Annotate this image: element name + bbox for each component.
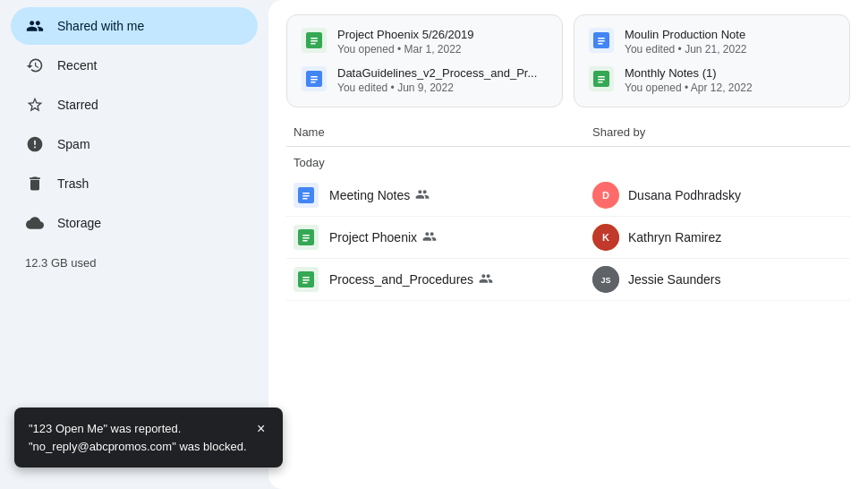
recent-card-2: Moulin Production Note You edited • Jun …: [574, 14, 850, 107]
sidebar-item-trash[interactable]: Trash: [11, 165, 258, 202]
toast-close-button[interactable]: ×: [251, 418, 272, 440]
sidebar-label-trash: Trash: [57, 176, 89, 191]
row-name-project-phoenix: Project Phoenix: [294, 225, 592, 250]
table-row[interactable]: Process_and_Procedures JS Jessie Saunder…: [286, 259, 850, 301]
shared-people-icon-1: [415, 187, 430, 204]
toast-line1: "123 Open Me" was reported.: [29, 420, 247, 438]
spam-icon: [25, 134, 45, 154]
avatar-kathryn: K: [592, 224, 619, 251]
toast-notification: "123 Open Me" was reported. "no_reply@ab…: [14, 408, 283, 468]
main-content: Project Phoenix 5/26/2019 You opened • M…: [268, 0, 868, 489]
sidebar-item-shared-with-me[interactable]: Shared with me: [11, 7, 258, 45]
card-item-project-phoenix[interactable]: Project Phoenix 5/26/2019 You opened • M…: [302, 28, 548, 56]
section-today-label: Today: [286, 147, 850, 175]
table-header: Name Shared by: [286, 125, 850, 147]
card-title-2: DataGuidelines_v2_Process_and_Pr...: [337, 66, 537, 80]
row-name-process-procedures: Process_and_Procedures: [294, 267, 592, 292]
toast-line2: "no_reply@abcpromos.com" was blocked.: [29, 438, 247, 456]
storage-info: 12.3 GB used: [11, 247, 258, 279]
sidebar-item-recent[interactable]: Recent: [11, 47, 258, 84]
shared-by-kathryn: Kathryn Ramirez: [628, 230, 721, 244]
card-title-1: Project Phoenix 5/26/2019: [337, 28, 474, 41]
sidebar-label-shared: Shared with me: [57, 19, 144, 33]
row-shared-process-procedures: JS Jessie Saunders: [592, 266, 843, 293]
files-table: Name Shared by Today Meeting Notes: [286, 125, 850, 475]
card-item-text-1: Project Phoenix 5/26/2019 You opened • M…: [337, 28, 474, 56]
card-item-text-3: Moulin Production Note You edited • Jun …: [625, 28, 747, 56]
shared-by-jessie: Jessie Saunders: [628, 272, 721, 287]
sidebar-item-storage[interactable]: Storage: [11, 204, 258, 242]
card-sub-1: You opened • Mar 1, 2022: [337, 43, 474, 56]
sheets-icon-project-phoenix: [294, 225, 319, 250]
row-name-meeting-notes: Meeting Notes: [294, 183, 592, 208]
card-item-text-4: Monthly Notes (1) You opened • Apr 12, 2…: [625, 66, 753, 94]
shared-with-me-icon: [25, 16, 45, 36]
sidebar-label-starred: Starred: [57, 98, 98, 112]
trash-icon: [25, 174, 45, 193]
card-item-moulin[interactable]: Moulin Production Note You edited • Jun …: [589, 28, 835, 56]
card-item-dataguidelines[interactable]: DataGuidelines_v2_Process_and_Pr... You …: [302, 66, 548, 94]
col-header-shared: Shared by: [592, 125, 843, 139]
sidebar-label-spam: Spam: [57, 137, 90, 151]
file-name-project-phoenix: Project Phoenix: [329, 229, 437, 246]
docs-icon-meeting-notes: [294, 183, 319, 208]
starred-icon: [25, 95, 45, 115]
sheets-icon-card1-1: [302, 28, 327, 53]
docs-icon-card1-2: [302, 66, 327, 91]
sheets-icon-card2-2: [589, 66, 614, 91]
recent-icon: [25, 56, 45, 75]
sidebar-label-recent: Recent: [57, 58, 97, 73]
table-row[interactable]: Project Phoenix K Kathryn Ramirez: [286, 217, 850, 259]
col-header-name: Name: [294, 125, 592, 139]
recent-cards-row: Project Phoenix 5/26/2019 You opened • M…: [286, 14, 850, 107]
svg-text:D: D: [602, 190, 609, 201]
sidebar-item-starred[interactable]: Starred: [11, 86, 258, 124]
sidebar-item-spam[interactable]: Spam: [11, 125, 258, 163]
row-shared-project-phoenix: K Kathryn Ramirez: [592, 224, 843, 251]
shared-people-icon-3: [479, 271, 493, 288]
card-item-monthly-notes[interactable]: Monthly Notes (1) You opened • Apr 12, 2…: [589, 66, 835, 94]
recent-card-1: Project Phoenix 5/26/2019 You opened • M…: [286, 14, 563, 107]
shared-by-dusana: Dusana Podhradsky: [628, 188, 741, 202]
shared-people-icon-2: [422, 229, 437, 246]
card-title-4: Monthly Notes (1): [625, 66, 753, 80]
card-item-text-2: DataGuidelines_v2_Process_and_Pr... You …: [337, 66, 537, 94]
docs-icon-card2-1: [589, 28, 614, 53]
file-name-meeting-notes: Meeting Notes: [329, 187, 430, 204]
card-title-3: Moulin Production Note: [625, 28, 747, 41]
svg-text:JS: JS: [600, 276, 610, 285]
card-sub-4: You opened • Apr 12, 2022: [625, 82, 753, 94]
sidebar-label-storage: Storage: [57, 216, 101, 230]
avatar-jessie: JS: [592, 266, 619, 293]
table-row[interactable]: Meeting Notes D Dusana Podhradsky: [286, 175, 850, 217]
row-shared-meeting-notes: D Dusana Podhradsky: [592, 182, 843, 209]
svg-text:K: K: [602, 232, 609, 243]
card-sub-3: You edited • Jun 21, 2022: [625, 43, 747, 56]
card-sub-2: You edited • Jun 9, 2022: [337, 82, 537, 94]
file-name-process-procedures: Process_and_Procedures: [329, 271, 493, 288]
avatar-dusana: D: [592, 182, 619, 209]
sheets-icon-process-procedures: [294, 267, 319, 292]
storage-icon: [25, 213, 45, 233]
